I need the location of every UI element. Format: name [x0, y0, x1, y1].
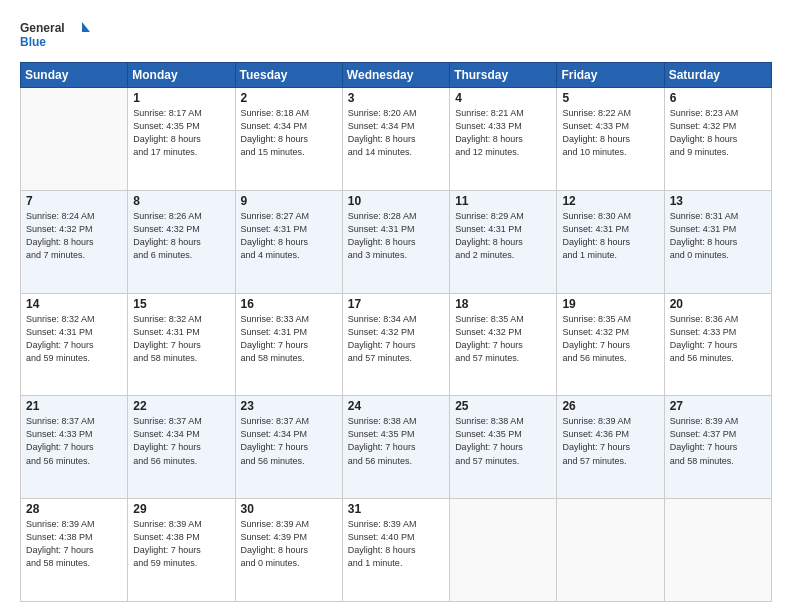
calendar-week-row: 7Sunrise: 8:24 AM Sunset: 4:32 PM Daylig…: [21, 190, 772, 293]
calendar-day-cell: 12Sunrise: 8:30 AM Sunset: 4:31 PM Dayli…: [557, 190, 664, 293]
day-number: 31: [348, 502, 444, 516]
calendar-day-cell: 16Sunrise: 8:33 AM Sunset: 4:31 PM Dayli…: [235, 293, 342, 396]
day-number: 27: [670, 399, 766, 413]
calendar-day-cell: 2Sunrise: 8:18 AM Sunset: 4:34 PM Daylig…: [235, 88, 342, 191]
weekday-header-monday: Monday: [128, 63, 235, 88]
calendar-day-cell: 21Sunrise: 8:37 AM Sunset: 4:33 PM Dayli…: [21, 396, 128, 499]
weekday-header-thursday: Thursday: [450, 63, 557, 88]
day-info: Sunrise: 8:35 AM Sunset: 4:32 PM Dayligh…: [562, 313, 658, 365]
weekday-header-saturday: Saturday: [664, 63, 771, 88]
calendar-day-cell: 4Sunrise: 8:21 AM Sunset: 4:33 PM Daylig…: [450, 88, 557, 191]
day-info: Sunrise: 8:34 AM Sunset: 4:32 PM Dayligh…: [348, 313, 444, 365]
day-info: Sunrise: 8:32 AM Sunset: 4:31 PM Dayligh…: [133, 313, 229, 365]
calendar-day-cell: 28Sunrise: 8:39 AM Sunset: 4:38 PM Dayli…: [21, 499, 128, 602]
day-number: 24: [348, 399, 444, 413]
day-info: Sunrise: 8:21 AM Sunset: 4:33 PM Dayligh…: [455, 107, 551, 159]
calendar-week-row: 21Sunrise: 8:37 AM Sunset: 4:33 PM Dayli…: [21, 396, 772, 499]
day-info: Sunrise: 8:17 AM Sunset: 4:35 PM Dayligh…: [133, 107, 229, 159]
day-info: Sunrise: 8:26 AM Sunset: 4:32 PM Dayligh…: [133, 210, 229, 262]
calendar-week-row: 28Sunrise: 8:39 AM Sunset: 4:38 PM Dayli…: [21, 499, 772, 602]
day-number: 20: [670, 297, 766, 311]
day-number: 4: [455, 91, 551, 105]
calendar-day-cell: 26Sunrise: 8:39 AM Sunset: 4:36 PM Dayli…: [557, 396, 664, 499]
calendar-day-cell: 25Sunrise: 8:38 AM Sunset: 4:35 PM Dayli…: [450, 396, 557, 499]
day-number: 8: [133, 194, 229, 208]
calendar-day-cell: 18Sunrise: 8:35 AM Sunset: 4:32 PM Dayli…: [450, 293, 557, 396]
day-info: Sunrise: 8:32 AM Sunset: 4:31 PM Dayligh…: [26, 313, 122, 365]
calendar-day-cell: 13Sunrise: 8:31 AM Sunset: 4:31 PM Dayli…: [664, 190, 771, 293]
weekday-header-friday: Friday: [557, 63, 664, 88]
day-info: Sunrise: 8:39 AM Sunset: 4:36 PM Dayligh…: [562, 415, 658, 467]
day-info: Sunrise: 8:39 AM Sunset: 4:37 PM Dayligh…: [670, 415, 766, 467]
calendar-table: SundayMondayTuesdayWednesdayThursdayFrid…: [20, 62, 772, 602]
day-number: 29: [133, 502, 229, 516]
day-info: Sunrise: 8:37 AM Sunset: 4:34 PM Dayligh…: [133, 415, 229, 467]
calendar-day-cell: [557, 499, 664, 602]
day-info: Sunrise: 8:28 AM Sunset: 4:31 PM Dayligh…: [348, 210, 444, 262]
calendar-day-cell: 31Sunrise: 8:39 AM Sunset: 4:40 PM Dayli…: [342, 499, 449, 602]
day-number: 11: [455, 194, 551, 208]
svg-marker-2: [82, 22, 90, 32]
day-info: Sunrise: 8:38 AM Sunset: 4:35 PM Dayligh…: [348, 415, 444, 467]
day-info: Sunrise: 8:20 AM Sunset: 4:34 PM Dayligh…: [348, 107, 444, 159]
day-info: Sunrise: 8:29 AM Sunset: 4:31 PM Dayligh…: [455, 210, 551, 262]
calendar-day-cell: 29Sunrise: 8:39 AM Sunset: 4:38 PM Dayli…: [128, 499, 235, 602]
day-info: Sunrise: 8:37 AM Sunset: 4:33 PM Dayligh…: [26, 415, 122, 467]
day-number: 16: [241, 297, 337, 311]
day-info: Sunrise: 8:22 AM Sunset: 4:33 PM Dayligh…: [562, 107, 658, 159]
day-number: 13: [670, 194, 766, 208]
calendar-day-cell: 15Sunrise: 8:32 AM Sunset: 4:31 PM Dayli…: [128, 293, 235, 396]
day-number: 15: [133, 297, 229, 311]
calendar-day-cell: [664, 499, 771, 602]
day-number: 10: [348, 194, 444, 208]
day-info: Sunrise: 8:23 AM Sunset: 4:32 PM Dayligh…: [670, 107, 766, 159]
day-info: Sunrise: 8:39 AM Sunset: 4:40 PM Dayligh…: [348, 518, 444, 570]
calendar-day-cell: 1Sunrise: 8:17 AM Sunset: 4:35 PM Daylig…: [128, 88, 235, 191]
day-info: Sunrise: 8:38 AM Sunset: 4:35 PM Dayligh…: [455, 415, 551, 467]
calendar-week-row: 14Sunrise: 8:32 AM Sunset: 4:31 PM Dayli…: [21, 293, 772, 396]
calendar-day-cell: 17Sunrise: 8:34 AM Sunset: 4:32 PM Dayli…: [342, 293, 449, 396]
day-info: Sunrise: 8:24 AM Sunset: 4:32 PM Dayligh…: [26, 210, 122, 262]
svg-text:General: General: [20, 21, 65, 35]
weekday-header-tuesday: Tuesday: [235, 63, 342, 88]
day-info: Sunrise: 8:39 AM Sunset: 4:38 PM Dayligh…: [133, 518, 229, 570]
day-number: 3: [348, 91, 444, 105]
logo-svg: General Blue: [20, 18, 90, 54]
day-info: Sunrise: 8:30 AM Sunset: 4:31 PM Dayligh…: [562, 210, 658, 262]
calendar-week-row: 1Sunrise: 8:17 AM Sunset: 4:35 PM Daylig…: [21, 88, 772, 191]
day-info: Sunrise: 8:36 AM Sunset: 4:33 PM Dayligh…: [670, 313, 766, 365]
calendar-day-cell: 3Sunrise: 8:20 AM Sunset: 4:34 PM Daylig…: [342, 88, 449, 191]
day-number: 18: [455, 297, 551, 311]
day-number: 14: [26, 297, 122, 311]
header: General Blue: [20, 18, 772, 54]
day-number: 25: [455, 399, 551, 413]
calendar-day-cell: 8Sunrise: 8:26 AM Sunset: 4:32 PM Daylig…: [128, 190, 235, 293]
weekday-header-sunday: Sunday: [21, 63, 128, 88]
day-number: 2: [241, 91, 337, 105]
calendar-day-cell: 9Sunrise: 8:27 AM Sunset: 4:31 PM Daylig…: [235, 190, 342, 293]
calendar-day-cell: 19Sunrise: 8:35 AM Sunset: 4:32 PM Dayli…: [557, 293, 664, 396]
calendar-day-cell: 24Sunrise: 8:38 AM Sunset: 4:35 PM Dayli…: [342, 396, 449, 499]
calendar-day-cell: 10Sunrise: 8:28 AM Sunset: 4:31 PM Dayli…: [342, 190, 449, 293]
calendar-day-cell: 14Sunrise: 8:32 AM Sunset: 4:31 PM Dayli…: [21, 293, 128, 396]
calendar-day-cell: 27Sunrise: 8:39 AM Sunset: 4:37 PM Dayli…: [664, 396, 771, 499]
calendar-day-cell: 23Sunrise: 8:37 AM Sunset: 4:34 PM Dayli…: [235, 396, 342, 499]
day-info: Sunrise: 8:33 AM Sunset: 4:31 PM Dayligh…: [241, 313, 337, 365]
svg-text:Blue: Blue: [20, 35, 46, 49]
day-info: Sunrise: 8:31 AM Sunset: 4:31 PM Dayligh…: [670, 210, 766, 262]
day-number: 1: [133, 91, 229, 105]
weekday-header-wednesday: Wednesday: [342, 63, 449, 88]
calendar-day-cell: [21, 88, 128, 191]
calendar-day-cell: 20Sunrise: 8:36 AM Sunset: 4:33 PM Dayli…: [664, 293, 771, 396]
day-number: 22: [133, 399, 229, 413]
logo: General Blue: [20, 18, 90, 54]
day-number: 7: [26, 194, 122, 208]
day-number: 30: [241, 502, 337, 516]
day-info: Sunrise: 8:37 AM Sunset: 4:34 PM Dayligh…: [241, 415, 337, 467]
calendar-day-cell: 11Sunrise: 8:29 AM Sunset: 4:31 PM Dayli…: [450, 190, 557, 293]
day-info: Sunrise: 8:39 AM Sunset: 4:38 PM Dayligh…: [26, 518, 122, 570]
weekday-header-row: SundayMondayTuesdayWednesdayThursdayFrid…: [21, 63, 772, 88]
day-number: 23: [241, 399, 337, 413]
day-number: 28: [26, 502, 122, 516]
day-number: 5: [562, 91, 658, 105]
